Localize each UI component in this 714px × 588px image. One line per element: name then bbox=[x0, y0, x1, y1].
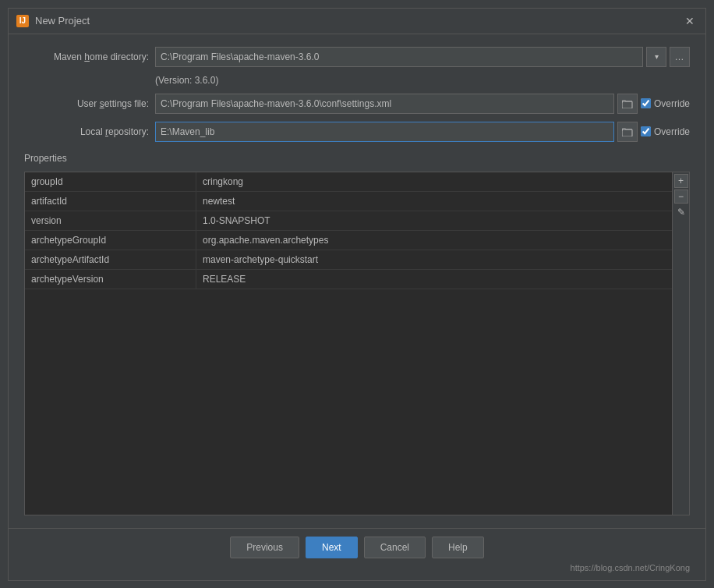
version-text: (Version: 3.6.0) bbox=[155, 75, 690, 86]
app-icon: IJ bbox=[16, 15, 29, 27]
title-bar: IJ New Project ✕ bbox=[9, 9, 705, 34]
prop-value: 1.0-SNAPSHOT bbox=[196, 211, 672, 230]
window-title: New Project bbox=[35, 15, 90, 27]
maven-home-dropdown-button[interactable]: ▾ bbox=[646, 47, 666, 67]
status-bar: https://blog.csdn.net/CringKong bbox=[24, 563, 690, 572]
prop-value: maven-archetype-quickstart bbox=[196, 250, 672, 269]
user-settings-row: User settings file: Override bbox=[24, 94, 690, 114]
cancel-button[interactable]: Cancel bbox=[364, 537, 426, 558]
local-repo-row: Local repository: Override bbox=[24, 122, 690, 142]
user-settings-override-label[interactable]: Override bbox=[654, 98, 690, 109]
prop-key: archetypeGroupId bbox=[25, 231, 196, 250]
status-url: https://blog.csdn.net/CringKong bbox=[571, 563, 690, 572]
local-repo-input[interactable] bbox=[155, 122, 614, 142]
properties-table: groupIdcringkongartifactIdnewtestversion… bbox=[24, 172, 673, 515]
properties-container: groupIdcringkongartifactIdnewtestversion… bbox=[24, 172, 690, 515]
properties-section-label: Properties bbox=[24, 153, 690, 164]
prop-key: version bbox=[25, 211, 196, 230]
maven-home-input-group: ▾ … bbox=[155, 47, 690, 67]
prop-value: newtest bbox=[196, 192, 672, 211]
table-row[interactable]: archetypeVersionRELEASE bbox=[25, 270, 672, 289]
user-settings-override-checkbox[interactable] bbox=[641, 98, 651, 108]
next-button[interactable]: Next bbox=[306, 537, 358, 558]
edit-property-button[interactable]: ✎ bbox=[674, 205, 688, 219]
svg-rect-0 bbox=[622, 101, 632, 108]
user-settings-browse-button[interactable] bbox=[617, 94, 638, 114]
local-repo-browse-button[interactable] bbox=[617, 122, 638, 142]
prop-value: cringkong bbox=[196, 172, 672, 191]
user-settings-input-group: Override bbox=[155, 94, 690, 114]
add-property-button[interactable]: + bbox=[674, 174, 688, 188]
help-button[interactable]: Help bbox=[432, 537, 484, 558]
user-settings-input[interactable] bbox=[155, 94, 614, 114]
local-repo-override-checkbox[interactable] bbox=[641, 126, 651, 136]
prop-value: RELEASE bbox=[196, 270, 672, 289]
prop-value: org.apache.maven.archetypes bbox=[196, 231, 672, 250]
table-row[interactable]: version1.0-SNAPSHOT bbox=[25, 211, 672, 231]
local-repo-override-group: Override bbox=[641, 126, 690, 137]
table-sidebar: + − ✎ bbox=[673, 172, 690, 515]
user-settings-override-group: Override bbox=[641, 98, 690, 109]
prop-key: archetypeVersion bbox=[25, 270, 196, 289]
table-row[interactable]: archetypeArtifactIdmaven-archetype-quick… bbox=[25, 250, 672, 270]
prop-key: groupId bbox=[25, 172, 196, 191]
button-row: Previous Next Cancel Help bbox=[24, 537, 690, 558]
maven-home-label: Maven home directory: bbox=[24, 51, 149, 62]
svg-rect-1 bbox=[622, 129, 632, 136]
user-settings-label: User settings file: bbox=[24, 98, 149, 109]
footer-area: Previous Next Cancel Help https://blog.c… bbox=[9, 528, 705, 580]
remove-property-button[interactable]: − bbox=[674, 190, 688, 204]
previous-button[interactable]: Previous bbox=[230, 537, 299, 558]
maven-home-input[interactable] bbox=[155, 47, 643, 67]
table-row[interactable]: groupIdcringkong bbox=[25, 172, 672, 192]
local-repo-input-group: Override bbox=[155, 122, 690, 142]
dialog-window: IJ New Project ✕ Maven home directory: ▾… bbox=[8, 8, 706, 581]
table-row[interactable]: artifactIdnewtest bbox=[25, 192, 672, 211]
close-button[interactable]: ✕ bbox=[682, 13, 698, 29]
table-row[interactable]: archetypeGroupIdorg.apache.maven.archety… bbox=[25, 231, 672, 250]
title-bar-left: IJ New Project bbox=[16, 15, 90, 27]
maven-home-browse-button[interactable]: … bbox=[670, 47, 690, 67]
prop-key: artifactId bbox=[25, 192, 196, 211]
local-repo-label: Local repository: bbox=[24, 126, 149, 137]
content-area: Maven home directory: ▾ … (Version: 3.6.… bbox=[9, 34, 705, 528]
maven-home-row: Maven home directory: ▾ … bbox=[24, 47, 690, 67]
local-repo-override-label[interactable]: Override bbox=[654, 126, 690, 137]
prop-key: archetypeArtifactId bbox=[25, 250, 196, 269]
